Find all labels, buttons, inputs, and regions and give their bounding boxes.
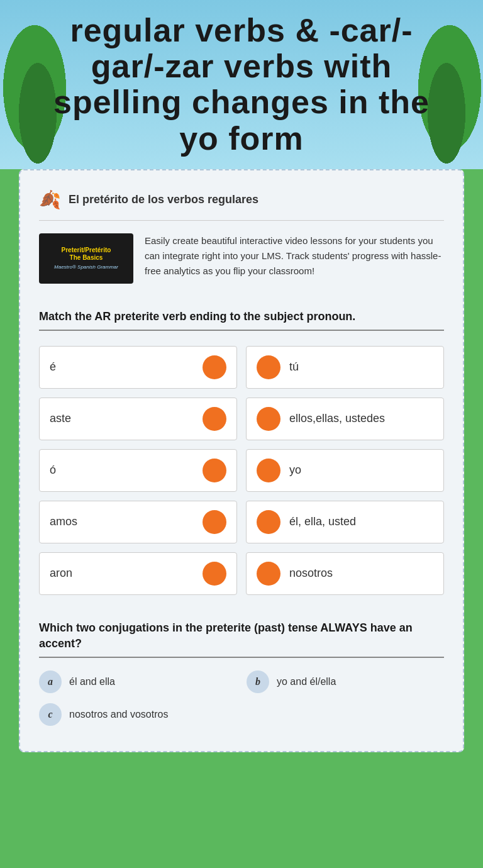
match-dot-right-5[interactable] xyxy=(257,562,280,586)
match-left-label-1: é xyxy=(50,360,56,374)
exercise1-question: Match the AR preterite verb ending to th… xyxy=(39,309,444,325)
mc-option-c-text: nosotros and vosotros xyxy=(69,709,168,720)
match-dot-right-3[interactable] xyxy=(257,459,280,482)
mc-option-b-text: yo and él/ella xyxy=(277,676,336,687)
match-right-4[interactable]: él, ella, usted xyxy=(246,501,444,543)
mc-badge-b[interactable]: b xyxy=(247,670,269,693)
match-left-3[interactable]: ó xyxy=(39,449,237,492)
mc-option-a[interactable]: a él and ella xyxy=(39,670,236,693)
thumbnail-brand: Maestro® Spanish Grammar xyxy=(54,264,118,270)
match-dot-left-4[interactable] xyxy=(203,510,226,534)
match-right-label-2: ellos,ellas, ustedes xyxy=(289,412,385,425)
match-dot-left-3[interactable] xyxy=(203,459,226,482)
section-title: El pretérito de los verbos regulares xyxy=(69,193,258,206)
mc-option-c[interactable]: c nosotros and vosotros xyxy=(39,703,236,726)
hero-section: regular verbs & -car/-gar/-zar verbs wit… xyxy=(0,0,483,169)
main-content-card: 🍂 El pretérito de los verbos regulares P… xyxy=(19,169,464,753)
match-left-label-4: amos xyxy=(50,515,77,528)
match-right-3[interactable]: yo xyxy=(246,449,444,492)
match-left-4[interactable]: amos xyxy=(39,501,237,543)
match-grid: é tú aste ellos,ellas, ustedes ó xyxy=(39,346,444,595)
match-right-label-4: él, ella, usted xyxy=(289,515,356,528)
match-dot-right-2[interactable] xyxy=(257,407,280,431)
match-right-label-3: yo xyxy=(289,464,301,477)
match-dot-left-2[interactable] xyxy=(203,407,226,431)
match-left-label-2: aste xyxy=(50,412,71,425)
exercise1-section: Match the AR preterite verb ending to th… xyxy=(39,309,444,595)
match-right-5[interactable]: nosotros xyxy=(246,552,444,595)
match-left-label-3: ó xyxy=(50,464,56,477)
promo-thumbnail[interactable]: Preterit/PretéritoThe Basics Maestro® Sp… xyxy=(39,233,133,284)
mc-option-a-text: él and ella xyxy=(69,676,115,687)
match-dot-right-4[interactable] xyxy=(257,510,280,534)
match-dot-right-1[interactable] xyxy=(257,355,280,379)
promo-text: Easily create beautiful interactive vide… xyxy=(145,233,444,279)
exercise1-divider xyxy=(39,330,444,331)
match-right-1[interactable]: tú xyxy=(246,346,444,389)
match-left-5[interactable]: aron xyxy=(39,552,237,595)
exercise2-divider xyxy=(39,657,444,658)
match-right-2[interactable]: ellos,ellas, ustedes xyxy=(246,398,444,440)
match-left-2[interactable]: aste xyxy=(39,398,237,440)
match-dot-left-5[interactable] xyxy=(203,562,226,586)
section-header: 🍂 El pretérito de los verbos regulares xyxy=(39,189,444,210)
exercise2-section: Which two conjugations in the preterite … xyxy=(39,620,444,726)
match-left-label-5: aron xyxy=(50,567,72,580)
match-right-label-5: nosotros xyxy=(289,567,333,580)
thumbnail-title: Preterit/PretéritoThe Basics xyxy=(62,247,111,262)
mc-options: a él and ella b yo and él/ella c nosotro… xyxy=(39,670,444,726)
promo-box: Preterit/PretéritoThe Basics Maestro® Sp… xyxy=(39,233,444,284)
mc-badge-a[interactable]: a xyxy=(39,670,62,693)
match-right-label-1: tú xyxy=(289,360,299,374)
match-dot-left-1[interactable] xyxy=(203,355,226,379)
section-icon: 🍂 xyxy=(39,189,61,210)
mc-option-b[interactable]: b yo and él/ella xyxy=(247,670,444,693)
hero-title: regular verbs & -car/-gar/-zar verbs wit… xyxy=(38,13,445,157)
match-left-1[interactable]: é xyxy=(39,346,237,389)
section-divider xyxy=(39,220,444,221)
exercise2-question: Which two conjugations in the preterite … xyxy=(39,620,444,652)
mc-badge-c[interactable]: c xyxy=(39,703,62,726)
